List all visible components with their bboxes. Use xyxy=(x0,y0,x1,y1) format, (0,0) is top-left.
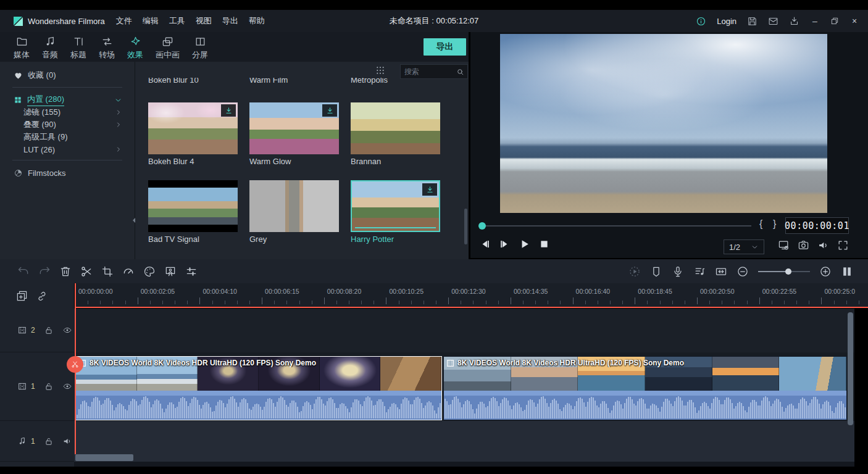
track-header-video1[interactable]: 1 xyxy=(0,352,74,421)
track-lane-video2[interactable] xyxy=(74,309,854,352)
ruler-timecode: 00:00:16:40 xyxy=(576,288,610,295)
timeline-clip[interactable]: 8K VIDEOS World 8K Videos HDR UltraHD (1… xyxy=(75,356,442,420)
menu-item-0[interactable]: 文件 xyxy=(116,15,132,27)
menu-item-2[interactable]: 工具 xyxy=(169,15,185,27)
tab-label: 媒体 xyxy=(14,49,30,60)
mark-in-button[interactable]: { xyxy=(759,218,762,230)
crop-icon[interactable] xyxy=(101,265,114,278)
chevron-right-icon xyxy=(115,146,122,153)
color-correction-icon[interactable] xyxy=(143,265,156,278)
search-icon[interactable] xyxy=(456,68,464,76)
minimize-button[interactable]: – xyxy=(810,16,820,26)
fullscreen-icon[interactable] xyxy=(837,239,849,251)
export-button[interactable]: 导出 xyxy=(424,38,466,56)
search-box[interactable] xyxy=(400,64,468,79)
quick-cut-button[interactable] xyxy=(67,356,83,373)
mark-out-button[interactable]: } xyxy=(773,218,776,230)
manage-tracks-icon[interactable] xyxy=(16,290,28,302)
track-lane-audio1[interactable] xyxy=(74,421,854,462)
zoom-in-icon[interactable] xyxy=(819,265,832,278)
display-settings-icon[interactable] xyxy=(778,239,790,251)
sidebar-category-2[interactable]: 高级工具 (9) xyxy=(23,131,122,143)
speed-icon[interactable] xyxy=(122,265,135,278)
tab-0[interactable]: 媒体 xyxy=(12,35,31,62)
zoom-out-icon[interactable] xyxy=(737,265,749,278)
audio-mixer-icon[interactable] xyxy=(693,265,706,278)
dual-panes-icon[interactable] xyxy=(841,265,853,278)
effect-card[interactable]: Harry Potter xyxy=(351,180,440,246)
play-button[interactable] xyxy=(519,238,530,250)
close-button[interactable]: × xyxy=(849,16,859,26)
menu-item-3[interactable]: 视图 xyxy=(196,15,212,27)
timeline-vertical-scrollbar[interactable] xyxy=(848,312,853,425)
preview-zoom-dropdown[interactable]: 1/2 xyxy=(724,239,764,254)
grid-view-icon[interactable] xyxy=(375,65,385,75)
undo-icon[interactable] xyxy=(17,265,30,278)
eye-icon[interactable] xyxy=(62,325,72,335)
redo-icon[interactable] xyxy=(38,265,51,278)
restore-button[interactable] xyxy=(830,17,839,25)
adjust-sliders-icon[interactable] xyxy=(185,265,198,278)
menu-item-4[interactable]: 导出 xyxy=(222,15,238,27)
link-clips-icon[interactable] xyxy=(36,291,48,302)
speaker-icon[interactable] xyxy=(62,436,72,446)
record-voiceover-icon[interactable] xyxy=(672,265,684,278)
info-icon[interactable] xyxy=(696,16,706,27)
login-button[interactable]: Login xyxy=(717,17,737,26)
effect-card[interactable]: Bokeh Blur 4 xyxy=(148,102,238,168)
speaker-icon[interactable] xyxy=(817,239,829,251)
effect-card[interactable]: Brannan xyxy=(351,102,440,168)
mail-icon[interactable] xyxy=(768,16,778,27)
tab-5[interactable]: 画中画 xyxy=(154,35,181,62)
timeline-horizontal-scrollbar[interactable] xyxy=(75,454,133,461)
favorites-label: 收藏 (0) xyxy=(28,70,56,81)
search-input[interactable] xyxy=(401,67,456,76)
download-icon[interactable] xyxy=(426,186,434,194)
split-scissors-icon[interactable] xyxy=(80,265,93,278)
fit-timeline-icon[interactable] xyxy=(715,265,727,278)
preview-seek-handle[interactable] xyxy=(478,222,486,230)
download-icon[interactable] xyxy=(225,107,233,115)
save-project-icon[interactable] xyxy=(747,16,757,27)
effect-card[interactable]: Bad TV Signal xyxy=(148,180,238,246)
sidebar-item-favorites[interactable]: 收藏 (0) xyxy=(14,69,56,81)
render-preview-icon[interactable] xyxy=(628,265,641,278)
tab-6[interactable]: 分屏 xyxy=(191,35,209,62)
timeline-zoom-handle[interactable] xyxy=(785,268,791,275)
lock-icon[interactable] xyxy=(44,436,54,446)
track-header-video2[interactable]: 2 xyxy=(0,309,74,352)
eye-icon[interactable] xyxy=(62,381,72,391)
tab-2[interactable]: 标题 xyxy=(69,35,88,62)
delete-icon[interactable] xyxy=(59,265,72,278)
stop-button[interactable] xyxy=(538,238,550,250)
sidebar-category-0[interactable]: 滤镜 (155) xyxy=(23,106,122,118)
tab-3[interactable]: 转场 xyxy=(98,35,116,62)
download-icon[interactable] xyxy=(326,107,334,115)
split-screen-tab-icon xyxy=(194,36,206,48)
timeline-ruler[interactable]: 00:00:00:0000:00:02:0500:00:04:1000:00:0… xyxy=(75,283,868,307)
sidebar-category-1[interactable]: 叠覆 (90) xyxy=(23,118,122,131)
sidebar-item-builtin[interactable]: 内置 (280) xyxy=(14,94,122,106)
effects-scrollbar[interactable] xyxy=(464,209,467,244)
chevron-down-icon[interactable] xyxy=(114,96,122,104)
track-header-audio1[interactable]: 1 xyxy=(0,421,74,462)
tab-4[interactable]: 效果 xyxy=(126,35,144,62)
menu-item-5[interactable]: 帮助 xyxy=(249,15,265,27)
marker-icon[interactable] xyxy=(650,265,662,278)
sidebar-item-filmstocks[interactable]: Filmstocks xyxy=(14,167,65,179)
timeline-clip[interactable]: 8K VIDEOS World 8K Videos HDR UltraHD (1… xyxy=(443,356,847,420)
effect-card[interactable]: Warm Glow xyxy=(249,102,339,168)
lock-icon[interactable] xyxy=(44,381,54,391)
green-screen-icon[interactable] xyxy=(164,265,177,278)
snapshot-camera-icon[interactable] xyxy=(798,239,809,251)
download-center-icon[interactable] xyxy=(789,16,799,27)
timeline-zoom-slider[interactable] xyxy=(758,271,810,272)
next-frame-button[interactable] xyxy=(499,238,511,250)
lock-icon[interactable] xyxy=(44,325,54,335)
preview-seek-bar[interactable] xyxy=(482,225,751,227)
tab-1[interactable]: 音频 xyxy=(41,35,59,62)
sidebar-category-3[interactable]: LUT (26) xyxy=(23,143,122,156)
previous-frame-button[interactable] xyxy=(479,238,491,250)
menu-item-1[interactable]: 编辑 xyxy=(143,15,159,27)
effect-card[interactable]: Grey xyxy=(249,180,339,246)
